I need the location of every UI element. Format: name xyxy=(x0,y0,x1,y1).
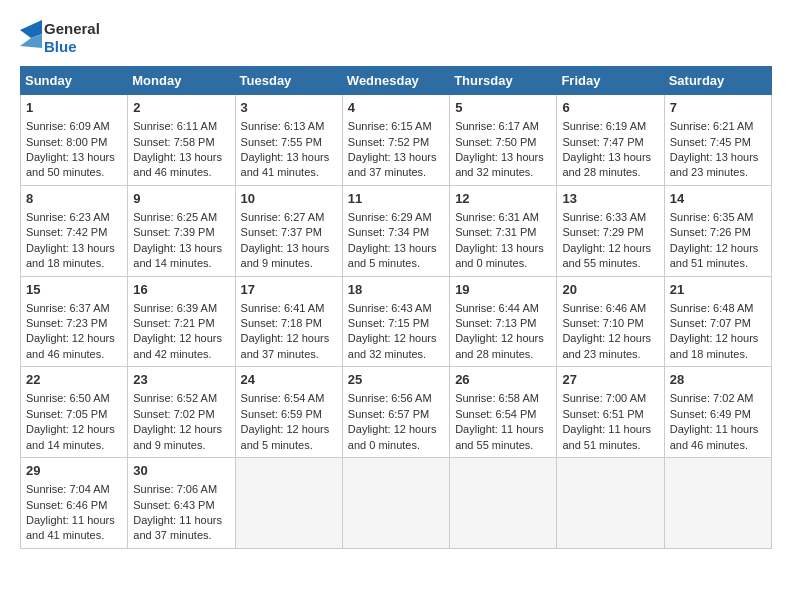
day-number: 5 xyxy=(455,99,551,117)
daylight-text: Daylight: 13 hours and 46 minutes. xyxy=(133,151,222,178)
calendar-cell: 14Sunrise: 6:35 AMSunset: 7:26 PMDayligh… xyxy=(664,185,771,276)
calendar-cell: 28Sunrise: 7:02 AMSunset: 6:49 PMDayligh… xyxy=(664,367,771,458)
sunrise-text: Sunrise: 6:15 AM xyxy=(348,120,432,132)
day-number: 6 xyxy=(562,99,658,117)
day-number: 23 xyxy=(133,371,229,389)
daylight-text: Daylight: 13 hours and 9 minutes. xyxy=(241,242,330,269)
calendar-cell: 24Sunrise: 6:54 AMSunset: 6:59 PMDayligh… xyxy=(235,367,342,458)
sunset-text: Sunset: 7:55 PM xyxy=(241,136,322,148)
sunrise-text: Sunrise: 6:39 AM xyxy=(133,302,217,314)
sunrise-text: Sunrise: 6:43 AM xyxy=(348,302,432,314)
daylight-text: Daylight: 12 hours and 32 minutes. xyxy=(348,332,437,359)
day-number: 12 xyxy=(455,190,551,208)
day-number: 28 xyxy=(670,371,766,389)
day-number: 26 xyxy=(455,371,551,389)
day-header-friday: Friday xyxy=(557,67,664,95)
day-header-wednesday: Wednesday xyxy=(342,67,449,95)
day-number: 7 xyxy=(670,99,766,117)
day-number: 3 xyxy=(241,99,337,117)
sunset-text: Sunset: 6:57 PM xyxy=(348,408,429,420)
day-number: 14 xyxy=(670,190,766,208)
calendar-cell: 2Sunrise: 6:11 AMSunset: 7:58 PMDaylight… xyxy=(128,95,235,186)
day-number: 25 xyxy=(348,371,444,389)
daylight-text: Daylight: 12 hours and 23 minutes. xyxy=(562,332,651,359)
daylight-text: Daylight: 13 hours and 41 minutes. xyxy=(241,151,330,178)
sunrise-text: Sunrise: 6:41 AM xyxy=(241,302,325,314)
calendar-cell xyxy=(235,458,342,549)
calendar-cell: 17Sunrise: 6:41 AMSunset: 7:18 PMDayligh… xyxy=(235,276,342,367)
sunset-text: Sunset: 7:50 PM xyxy=(455,136,536,148)
sunrise-text: Sunrise: 6:48 AM xyxy=(670,302,754,314)
calendar-cell: 19Sunrise: 6:44 AMSunset: 7:13 PMDayligh… xyxy=(450,276,557,367)
day-number: 29 xyxy=(26,462,122,480)
day-number: 21 xyxy=(670,281,766,299)
daylight-text: Daylight: 11 hours and 55 minutes. xyxy=(455,423,544,450)
calendar-cell: 5Sunrise: 6:17 AMSunset: 7:50 PMDaylight… xyxy=(450,95,557,186)
calendar-cell: 3Sunrise: 6:13 AMSunset: 7:55 PMDaylight… xyxy=(235,95,342,186)
calendar-cell: 20Sunrise: 6:46 AMSunset: 7:10 PMDayligh… xyxy=(557,276,664,367)
calendar-cell: 25Sunrise: 6:56 AMSunset: 6:57 PMDayligh… xyxy=(342,367,449,458)
daylight-text: Daylight: 12 hours and 28 minutes. xyxy=(455,332,544,359)
sunset-text: Sunset: 7:07 PM xyxy=(670,317,751,329)
calendar-table: SundayMondayTuesdayWednesdayThursdayFrid… xyxy=(20,66,772,549)
page-header: General Blue xyxy=(20,20,772,56)
daylight-text: Daylight: 13 hours and 23 minutes. xyxy=(670,151,759,178)
calendar-cell: 27Sunrise: 7:00 AMSunset: 6:51 PMDayligh… xyxy=(557,367,664,458)
daylight-text: Daylight: 12 hours and 0 minutes. xyxy=(348,423,437,450)
sunrise-text: Sunrise: 6:19 AM xyxy=(562,120,646,132)
calendar-cell: 9Sunrise: 6:25 AMSunset: 7:39 PMDaylight… xyxy=(128,185,235,276)
day-number: 19 xyxy=(455,281,551,299)
daylight-text: Daylight: 12 hours and 9 minutes. xyxy=(133,423,222,450)
logo-line2: Blue xyxy=(44,38,100,56)
day-header-saturday: Saturday xyxy=(664,67,771,95)
logo-text: General Blue xyxy=(44,20,100,56)
sunset-text: Sunset: 7:39 PM xyxy=(133,226,214,238)
sunrise-text: Sunrise: 6:46 AM xyxy=(562,302,646,314)
calendar-cell: 22Sunrise: 6:50 AMSunset: 7:05 PMDayligh… xyxy=(21,367,128,458)
calendar-cell: 1Sunrise: 6:09 AMSunset: 8:00 PMDaylight… xyxy=(21,95,128,186)
day-number: 27 xyxy=(562,371,658,389)
daylight-text: Daylight: 11 hours and 37 minutes. xyxy=(133,514,222,541)
sunrise-text: Sunrise: 6:27 AM xyxy=(241,211,325,223)
sunset-text: Sunset: 7:26 PM xyxy=(670,226,751,238)
sunrise-text: Sunrise: 6:31 AM xyxy=(455,211,539,223)
calendar-header-row: SundayMondayTuesdayWednesdayThursdayFrid… xyxy=(21,67,772,95)
sunset-text: Sunset: 7:15 PM xyxy=(348,317,429,329)
daylight-text: Daylight: 13 hours and 18 minutes. xyxy=(26,242,115,269)
calendar-cell xyxy=(450,458,557,549)
daylight-text: Daylight: 12 hours and 51 minutes. xyxy=(670,242,759,269)
daylight-text: Daylight: 12 hours and 46 minutes. xyxy=(26,332,115,359)
sunset-text: Sunset: 6:54 PM xyxy=(455,408,536,420)
sunset-text: Sunset: 7:13 PM xyxy=(455,317,536,329)
sunset-text: Sunset: 7:31 PM xyxy=(455,226,536,238)
calendar-cell: 26Sunrise: 6:58 AMSunset: 6:54 PMDayligh… xyxy=(450,367,557,458)
sunrise-text: Sunrise: 6:44 AM xyxy=(455,302,539,314)
sunrise-text: Sunrise: 6:50 AM xyxy=(26,392,110,404)
sunset-text: Sunset: 7:52 PM xyxy=(348,136,429,148)
day-header-monday: Monday xyxy=(128,67,235,95)
daylight-text: Daylight: 11 hours and 46 minutes. xyxy=(670,423,759,450)
sunrise-text: Sunrise: 7:04 AM xyxy=(26,483,110,495)
sunset-text: Sunset: 7:58 PM xyxy=(133,136,214,148)
sunrise-text: Sunrise: 6:23 AM xyxy=(26,211,110,223)
sunset-text: Sunset: 7:18 PM xyxy=(241,317,322,329)
day-number: 24 xyxy=(241,371,337,389)
daylight-text: Daylight: 13 hours and 0 minutes. xyxy=(455,242,544,269)
calendar-week-2: 8Sunrise: 6:23 AMSunset: 7:42 PMDaylight… xyxy=(21,185,772,276)
day-number: 18 xyxy=(348,281,444,299)
calendar-week-5: 29Sunrise: 7:04 AMSunset: 6:46 PMDayligh… xyxy=(21,458,772,549)
sunset-text: Sunset: 7:05 PM xyxy=(26,408,107,420)
day-number: 10 xyxy=(241,190,337,208)
calendar-cell: 10Sunrise: 6:27 AMSunset: 7:37 PMDayligh… xyxy=(235,185,342,276)
day-number: 16 xyxy=(133,281,229,299)
sunset-text: Sunset: 7:23 PM xyxy=(26,317,107,329)
daylight-text: Daylight: 13 hours and 14 minutes. xyxy=(133,242,222,269)
sunset-text: Sunset: 7:47 PM xyxy=(562,136,643,148)
day-number: 30 xyxy=(133,462,229,480)
day-number: 11 xyxy=(348,190,444,208)
sunrise-text: Sunrise: 6:17 AM xyxy=(455,120,539,132)
day-header-sunday: Sunday xyxy=(21,67,128,95)
calendar-cell: 6Sunrise: 6:19 AMSunset: 7:47 PMDaylight… xyxy=(557,95,664,186)
day-number: 4 xyxy=(348,99,444,117)
calendar-cell: 4Sunrise: 6:15 AMSunset: 7:52 PMDaylight… xyxy=(342,95,449,186)
